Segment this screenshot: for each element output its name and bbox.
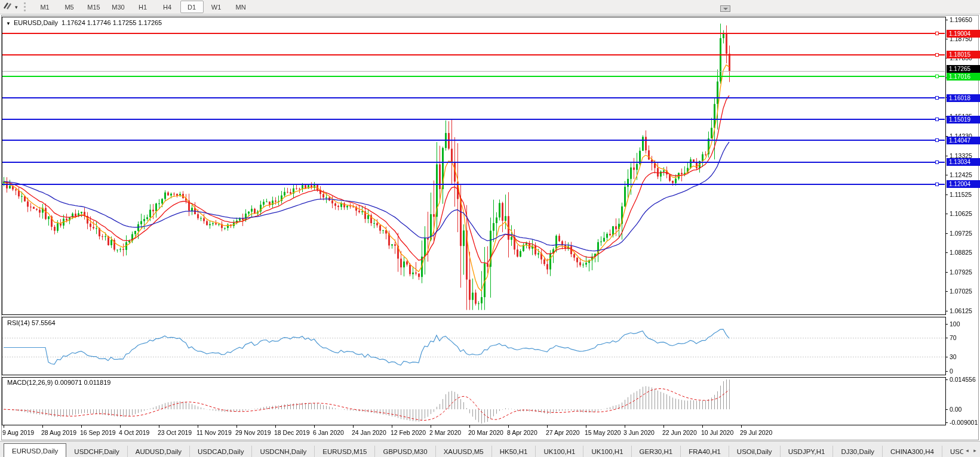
time-axis-label: 16 Sep 2019	[80, 429, 116, 436]
price-axis-tick	[945, 291, 948, 292]
time-axis-tick	[159, 425, 159, 428]
time-axis-label: 8 Apr 2020	[507, 429, 537, 436]
timeframe-toolbar: ▾ M1M5M15M30H1H4D1W1MN	[0, 0, 980, 14]
timeframe-button-d1[interactable]: D1	[180, 1, 204, 13]
chart-title: ▼EURUSD,Daily 1.17624 1.17746 1.17255 1.…	[6, 19, 162, 26]
bid-price-line	[2, 71, 945, 72]
chart-tab-usdchf-daily[interactable]: USDCHF,Daily	[66, 446, 127, 457]
chart-shift-marker[interactable]	[720, 5, 730, 12]
tabs-scroll-left-icon[interactable]: ◂	[963, 446, 971, 455]
time-axis-label: 10 Jul 2020	[701, 429, 733, 436]
price-axis-tick-label: 1.11525	[950, 191, 972, 198]
timeframe-button-m5[interactable]: M5	[58, 1, 81, 13]
horizontal-level-line[interactable]	[2, 54, 945, 55]
price-line-label[interactable]: 1.13034	[947, 158, 980, 166]
timeframe-button-m15[interactable]: M15	[82, 1, 106, 13]
timeframe-button-w1[interactable]: W1	[205, 1, 228, 13]
line-anchor-marker[interactable]	[935, 160, 939, 164]
dropdown-caret-icon[interactable]: ▾	[15, 4, 18, 10]
chart-tab-usdcnh-daily[interactable]: USDCNH,Daily	[252, 446, 315, 457]
chart-tab-audusd-daily[interactable]: AUDUSD,Daily	[128, 446, 190, 457]
chart-tab-usdjpy-h1[interactable]: USDJPY,H1	[781, 446, 834, 457]
price-line-label[interactable]: 1.18015	[947, 51, 980, 58]
macd-pane[interactable]	[2, 377, 946, 425]
price-axis-tick	[945, 175, 948, 175]
time-axis-tick	[120, 425, 121, 428]
rsi-axis-tick	[945, 371, 948, 372]
chart-tab-china300-h4[interactable]: CHINA300,H4	[883, 446, 942, 457]
rsi-axis-tick-label: 0	[950, 368, 953, 375]
timeframe-button-m1[interactable]: M1	[33, 1, 57, 13]
price-line-label[interactable]: 1.16018	[947, 94, 980, 102]
line-anchor-marker[interactable]	[935, 118, 939, 121]
tab-items: EURUSD,DailyUSDCHF,DailyAUDUSD,DailyUSDC…	[0, 441, 980, 457]
chart-tab-uk100-h1[interactable]: UK100,H1	[536, 446, 583, 457]
time-axis-label: 9 Aug 2019	[2, 429, 34, 436]
time-axis-tick	[586, 425, 586, 428]
chart-tab-dj30-daily[interactable]: DJ30,Daily	[833, 446, 883, 457]
line-anchor-marker[interactable]	[935, 96, 939, 100]
line-anchor-marker[interactable]	[935, 138, 939, 142]
price-line-label[interactable]: 1.12004	[947, 180, 980, 188]
price-line-label[interactable]: 1.19004	[947, 30, 980, 38]
horizontal-level-line[interactable]	[2, 162, 945, 163]
time-axis-tick	[4, 425, 4, 428]
macd-indicator-label: MACD(12,26,9) 0.009071 0.011819	[7, 379, 110, 386]
line-anchor-marker[interactable]	[935, 32, 939, 35]
time-axis-tick	[392, 425, 392, 428]
horizontal-level-line[interactable]	[2, 119, 945, 120]
horizontal-level-line[interactable]	[2, 33, 945, 34]
price-line-label[interactable]: 1.17016	[947, 73, 980, 81]
time-axis-label: 15 May 2020	[585, 429, 621, 436]
chart-tab-fra40-h1[interactable]: FRA40,H1	[681, 446, 729, 457]
chart-tab-uk100-h1[interactable]: UK100,H1	[583, 446, 631, 457]
tabs-scroll-right-icon[interactable]: ▸	[971, 446, 979, 455]
price-axis-tick	[945, 214, 948, 214]
time-axis-label: 12 Feb 2020	[391, 429, 426, 436]
chart-tab-usdcad-daily[interactable]: USDCAD,Daily	[190, 446, 252, 457]
timeframe-button-h4[interactable]: H4	[156, 1, 179, 13]
line-anchor-marker[interactable]	[935, 183, 939, 186]
horizontal-level-line[interactable]	[2, 76, 945, 77]
chart-symbol-period: EURUSD,Daily	[14, 19, 58, 26]
time-axis-label: 23 Oct 2019	[158, 429, 192, 436]
chart-tab-eurusd-m15[interactable]: EURUSD,M15	[315, 446, 375, 457]
rsi-axis-tick	[945, 357, 948, 357]
rsi-axis-tick-label: 30	[950, 353, 957, 360]
timeframe-button-m30[interactable]: M30	[107, 1, 130, 13]
toolbar-grip	[24, 2, 28, 11]
time-axis-label: 6 Jan 2020	[313, 429, 344, 436]
time-axis-tick	[741, 425, 742, 428]
chart-tab-usoil-daily[interactable]: USOil,Daily	[729, 446, 781, 457]
rsi-pane[interactable]	[2, 317, 946, 375]
time-axis-label: 11 Nov 2019	[196, 429, 232, 436]
rsi-axis-tick-label: 70	[950, 334, 957, 341]
price-line-label[interactable]: 1.15019	[947, 116, 980, 123]
tab-scroll-arrows: ◂ ▸	[963, 446, 979, 455]
macd-axis-tick	[945, 379, 948, 380]
chart-tab-ger30-h1[interactable]: GER30,H1	[632, 446, 681, 457]
price-axis-tick	[945, 156, 948, 156]
time-axis-label: 29 Nov 2019	[235, 429, 271, 436]
horizontal-level-line[interactable]	[2, 97, 945, 98]
chart-tab-eurusd-daily[interactable]: EURUSD,Daily	[4, 443, 66, 457]
price-line-label[interactable]: 1.14047	[947, 137, 980, 144]
timeframe-button-mn[interactable]: MN	[229, 1, 253, 13]
chart-tool-button[interactable]: ▾	[0, 1, 20, 13]
time-axis-label: 3 Jun 2020	[623, 429, 655, 436]
chart-tab-gbpusd-m30[interactable]: GBPUSD,M30	[375, 446, 435, 457]
macd-axis-tick	[945, 409, 948, 410]
price-axis-tick-label: 1.10625	[950, 210, 972, 217]
chart-tab-hk50-h1[interactable]: HK50,H1	[492, 446, 536, 457]
main-chart-pane[interactable]	[2, 17, 946, 315]
title-dropdown-icon[interactable]: ▼	[6, 21, 11, 26]
time-axis-label: 29 Jul 2020	[740, 429, 772, 436]
chart-draw-icon	[2, 1, 13, 13]
line-anchor-marker[interactable]	[935, 75, 939, 78]
chart-tab-xauusd-m5[interactable]: XAUUSD,M5	[436, 446, 492, 457]
timeframe-button-h1[interactable]: H1	[131, 1, 155, 13]
price-axis-tick-label: 1.07025	[950, 288, 972, 295]
line-anchor-marker[interactable]	[935, 53, 939, 57]
horizontal-level-line[interactable]	[2, 184, 945, 185]
horizontal-level-line[interactable]	[2, 140, 945, 141]
